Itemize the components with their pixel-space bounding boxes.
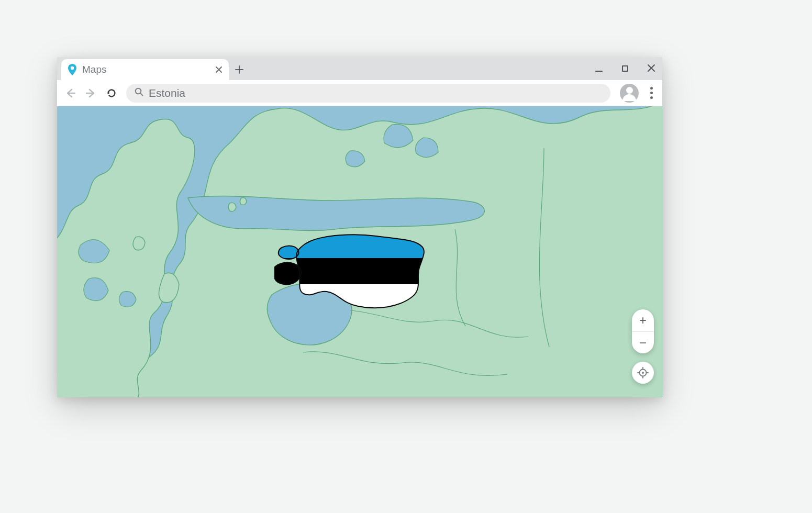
browser-tab-maps[interactable]: Maps — [61, 59, 229, 80]
zoom-control: + − — [632, 309, 654, 353]
browser-toolbar — [57, 80, 662, 106]
zoom-out-button[interactable]: − — [632, 331, 654, 353]
map-pin-icon — [68, 64, 77, 75]
reload-icon — [106, 88, 117, 98]
map-controls: + − — [632, 309, 654, 384]
reload-button[interactable] — [106, 88, 117, 98]
forward-button[interactable] — [85, 87, 97, 99]
overflow-menu-button[interactable] — [648, 87, 655, 99]
locate-me-button[interactable] — [632, 362, 654, 384]
svg-point-6 — [642, 372, 644, 374]
plus-icon: + — [639, 313, 647, 328]
svg-point-0 — [71, 66, 74, 70]
dot-icon — [650, 92, 653, 94]
map-viewport[interactable]: + − — [57, 106, 662, 397]
new-tab-button[interactable] — [229, 59, 250, 80]
svg-rect-4 — [274, 284, 426, 310]
crosshair-icon — [637, 367, 649, 378]
tab-strip: Maps — [57, 57, 662, 80]
maximize-button[interactable] — [619, 63, 631, 74]
minimize-icon — [595, 71, 603, 72]
zoom-in-button[interactable]: + — [632, 309, 654, 331]
search-icon — [135, 87, 143, 98]
close-tab-icon[interactable] — [215, 66, 223, 73]
dot-icon — [650, 96, 653, 99]
close-icon — [647, 64, 655, 72]
close-window-button[interactable] — [646, 63, 657, 74]
window-controls — [593, 57, 657, 80]
minimize-button[interactable] — [593, 63, 605, 74]
arrow-left-icon — [64, 87, 76, 99]
profile-avatar-button[interactable] — [620, 84, 639, 103]
tab-title: Maps — [82, 64, 210, 75]
minus-icon: − — [639, 336, 647, 350]
back-button[interactable] — [64, 87, 76, 99]
search-input[interactable] — [149, 87, 602, 99]
address-bar[interactable] — [126, 84, 610, 103]
dot-icon — [650, 87, 653, 90]
maximize-icon — [622, 65, 628, 72]
browser-window: Maps — [57, 57, 662, 397]
arrow-right-icon — [85, 87, 97, 99]
highlighted-country-estonia[interactable] — [274, 232, 426, 310]
